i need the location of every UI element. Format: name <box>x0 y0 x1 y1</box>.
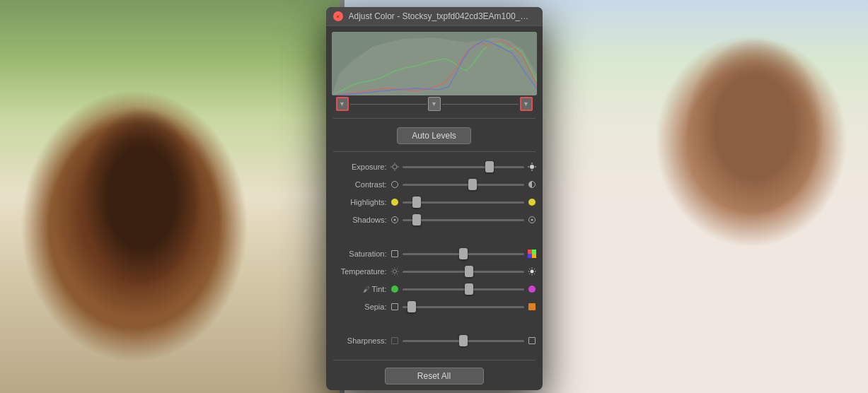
sharpness-slider[interactable] <box>403 340 524 342</box>
histogram-container <box>332 32 537 95</box>
temperature-row: Temperature: <box>332 264 537 278</box>
shadows-slider[interactable] <box>403 219 524 221</box>
auto-levels-button[interactable]: Auto Levels <box>397 127 471 144</box>
highlights-thumb[interactable] <box>412 196 421 208</box>
level-handle-white[interactable]: ▼ <box>520 97 533 111</box>
reset-row: Reset All <box>326 363 543 390</box>
exposure-icon-right <box>527 162 537 172</box>
square-blur-icon <box>391 337 398 344</box>
temperature-slider[interactable] <box>403 271 524 273</box>
shadows-icon-left <box>390 215 400 225</box>
histogram-svg <box>332 32 537 95</box>
svg-line-19 <box>392 269 393 269</box>
temperature-icon-left <box>390 266 400 276</box>
sharpness-label: Sharpness: <box>332 336 387 345</box>
svg-rect-10 <box>528 250 532 254</box>
saturation-icon-left <box>390 249 400 259</box>
exposure-icon-left <box>390 162 400 172</box>
shadows-row: Shadows: <box>332 213 537 227</box>
exposure-label: Exposure: <box>332 163 387 171</box>
sepia-row: Sepia: <box>332 300 537 314</box>
saturation-icon-right <box>527 249 537 259</box>
temperature-thumb[interactable] <box>465 266 473 277</box>
histogram-area: ▼ ▼ ▼ <box>326 26 543 115</box>
orange-square-icon <box>528 303 536 310</box>
svg-line-20 <box>397 274 398 274</box>
exposure-slider[interactable] <box>403 166 524 168</box>
contrast-row: Contrast: <box>332 177 537 192</box>
tint-thumb[interactable] <box>465 283 473 295</box>
sharpness-thumb[interactable] <box>459 335 468 346</box>
circle-half-icon <box>528 181 536 188</box>
sun-large-icon <box>528 267 536 276</box>
level-line-right <box>442 104 519 105</box>
svg-rect-11 <box>532 250 536 254</box>
level-handle-black[interactable]: ▼ <box>336 97 349 111</box>
panel-titlebar: × Adjust Color - Stocksy_txpfd042cd3EAm1… <box>326 7 543 26</box>
divider-2 <box>333 151 536 152</box>
exposure-row: Exposure: <box>332 160 537 174</box>
black-point-icon: ▼ <box>339 100 345 107</box>
colorful-icon <box>528 250 536 258</box>
magenta-circle-icon <box>528 286 536 293</box>
sepia-icon-left <box>390 302 400 312</box>
svg-point-14 <box>393 270 396 274</box>
yellow-circle-icon-right <box>528 199 536 206</box>
green-circle-icon <box>391 286 398 293</box>
contrast-icon-right <box>527 180 537 189</box>
close-button[interactable]: × <box>333 11 343 21</box>
photo-left <box>0 0 340 393</box>
exposure-thumb[interactable] <box>485 161 494 172</box>
divider-1 <box>333 118 536 119</box>
saturation-thumb[interactable] <box>459 248 468 259</box>
svg-line-21 <box>397 269 398 269</box>
level-line-left <box>350 104 427 105</box>
svg-point-5 <box>530 165 534 169</box>
svg-line-22 <box>392 274 393 274</box>
shadows-thumb[interactable] <box>412 214 421 225</box>
reset-all-button[interactable]: Reset All <box>385 368 484 385</box>
saturation-row: Saturation: <box>332 247 537 261</box>
sepia-thumb[interactable] <box>407 301 416 312</box>
sun-bright-icon <box>528 163 536 171</box>
svg-point-0 <box>393 165 397 169</box>
tint-icon-left <box>390 284 400 294</box>
contrast-icon-left <box>390 180 400 189</box>
svg-line-29 <box>534 274 535 274</box>
temperature-label: Temperature: <box>332 267 387 276</box>
close-icon: × <box>336 13 340 20</box>
sepia-slider[interactable] <box>403 306 524 308</box>
svg-point-23 <box>530 270 533 274</box>
highlights-label: Highlights: <box>332 198 387 206</box>
contrast-thumb[interactable] <box>468 179 477 190</box>
contrast-slider[interactable] <box>403 184 524 186</box>
square-sm-icon-left <box>391 250 398 257</box>
sharpness-row: Sharpness: <box>332 334 537 348</box>
controls-group-1: Exposure: <box>326 155 543 236</box>
controls-group-3: Sharpness: <box>326 334 543 357</box>
controls-group-2: Saturation: Temperature: <box>326 247 543 323</box>
sharpness-icon-right <box>527 336 537 346</box>
sharpness-icon-left <box>390 336 400 346</box>
svg-rect-12 <box>528 254 532 258</box>
tint-label: 🖌 Tint: <box>332 285 387 293</box>
level-handle-mid[interactable]: ▼ <box>428 97 441 111</box>
tint-icon-right <box>527 284 537 294</box>
adjust-color-panel: × Adjust Color - Stocksy_txpfd042cd3EAm1… <box>326 7 543 390</box>
svg-line-31 <box>529 274 530 274</box>
highlights-row: Highlights: <box>332 195 537 209</box>
white-point-icon: ▼ <box>523 100 529 107</box>
dropper-icon: 🖌 <box>363 286 370 293</box>
auto-levels-row: Auto Levels <box>326 122 543 148</box>
highlights-slider[interactable] <box>403 201 524 204</box>
sun-outline-icon <box>390 163 399 171</box>
square-sharp-icon <box>528 337 536 344</box>
svg-rect-13 <box>532 254 536 258</box>
shadows-label: Shadows: <box>332 216 387 224</box>
highlights-icon-left <box>390 197 400 207</box>
contrast-label: Contrast: <box>332 180 387 189</box>
saturation-slider[interactable] <box>403 253 524 255</box>
panel-title: Adjust Color - Stocksy_txpfd042cd3EAm100… <box>349 11 536 21</box>
circle-icon-left <box>391 181 398 188</box>
tint-slider[interactable] <box>403 288 524 291</box>
